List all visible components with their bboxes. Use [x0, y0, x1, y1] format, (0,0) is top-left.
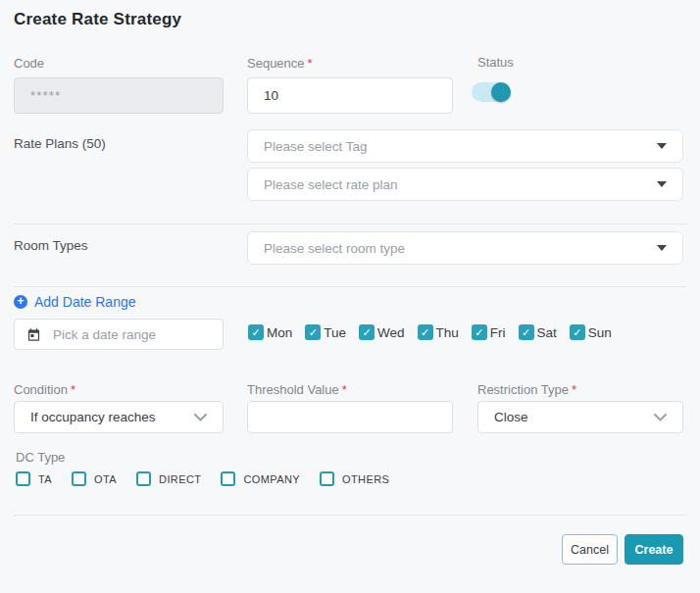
- status-toggle[interactable]: [472, 82, 511, 102]
- date-range-input[interactable]: [51, 327, 211, 342]
- restriction-label: Restriction Type*: [477, 382, 576, 397]
- required-asterisk: *: [71, 382, 75, 397]
- sequence-field-wrapper: [247, 77, 453, 114]
- chevron-down-icon: [194, 414, 207, 421]
- room-types-label: Room Types: [14, 238, 88, 253]
- condition-label: Condition*: [14, 382, 75, 397]
- dc-type-direct[interactable]: DIRECT: [136, 471, 201, 486]
- restriction-type-select[interactable]: Close: [477, 401, 683, 433]
- caret-down-icon: [657, 143, 667, 149]
- tag-select[interactable]: Please select Tag: [247, 129, 683, 163]
- condition-value: If occupancy reaches: [30, 410, 156, 424]
- unchecked-checkbox-icon: [221, 471, 235, 486]
- rate-plan-select[interactable]: Please select rate plan: [247, 168, 683, 201]
- checked-checkbox-icon: ✓: [305, 324, 321, 340]
- dc-type-ota[interactable]: OTA: [72, 471, 117, 486]
- restriction-value: Close: [494, 410, 528, 424]
- create-button[interactable]: Create: [625, 534, 683, 565]
- footer-divider: [14, 515, 686, 516]
- weekday-wed[interactable]: ✓ Wed: [359, 324, 405, 340]
- page-title: Create Rate Strategy: [14, 10, 181, 29]
- checked-checkbox-icon: ✓: [359, 324, 375, 340]
- add-date-range-label: Add Date Range: [34, 294, 136, 310]
- threshold-field-wrapper: [247, 401, 453, 433]
- room-type-select-placeholder: Please select room type: [264, 241, 405, 256]
- code-field-wrapper: [14, 77, 224, 114]
- rate-plan-select-placeholder: Please select rate plan: [264, 177, 398, 192]
- rate-plans-label: Rate Plans (50): [14, 136, 106, 151]
- threshold-label: Threshold Value*: [247, 382, 347, 397]
- code-label: Code: [14, 56, 44, 71]
- status-label: Status: [477, 55, 514, 70]
- code-input[interactable]: [28, 88, 209, 103]
- dc-type-checkbox-row: TA OTA DIRECT COMPANY OTHERS: [16, 471, 389, 486]
- checked-checkbox-icon: ✓: [418, 324, 433, 340]
- weekday-thu[interactable]: ✓ Thu: [418, 324, 459, 340]
- sequence-input[interactable]: [262, 88, 438, 103]
- required-asterisk: *: [308, 56, 313, 71]
- weekday-checkbox-row: ✓ Mon ✓ Tue ✓ Wed ✓ Thu ✓ Fri ✓ Sat ✓ Su…: [248, 324, 612, 340]
- checked-checkbox-icon: ✓: [570, 324, 585, 340]
- threshold-input[interactable]: [262, 410, 438, 424]
- unchecked-checkbox-icon: [136, 471, 151, 486]
- add-date-range-link[interactable]: + Add Date Range: [14, 294, 136, 310]
- tag-select-placeholder: Please select Tag: [264, 139, 368, 154]
- dc-type-company[interactable]: COMPANY: [221, 471, 300, 486]
- toggle-knob: [491, 82, 511, 102]
- calendar-icon: [26, 327, 41, 342]
- section-divider: [14, 223, 686, 224]
- checked-checkbox-icon: ✓: [248, 324, 264, 340]
- condition-select[interactable]: If occupancy reaches: [14, 401, 224, 433]
- room-type-select[interactable]: Please select room type: [247, 231, 683, 265]
- cancel-button[interactable]: Cancel: [562, 534, 618, 565]
- required-asterisk: *: [572, 382, 576, 397]
- unchecked-checkbox-icon: [16, 471, 30, 486]
- checked-checkbox-icon: ✓: [519, 324, 534, 340]
- add-circle-icon: +: [14, 295, 27, 309]
- section-divider: [14, 286, 686, 287]
- weekday-sat[interactable]: ✓ Sat: [519, 324, 557, 340]
- required-asterisk: *: [342, 382, 347, 397]
- dc-type-label: DC Type: [16, 450, 65, 465]
- weekday-fri[interactable]: ✓ Fri: [472, 324, 506, 340]
- weekday-mon[interactable]: ✓ Mon: [248, 324, 292, 340]
- caret-down-icon: [657, 245, 667, 251]
- unchecked-checkbox-icon: [72, 471, 86, 486]
- checked-checkbox-icon: ✓: [472, 324, 487, 340]
- chevron-down-icon: [654, 414, 667, 421]
- caret-down-icon: [657, 181, 667, 187]
- unchecked-checkbox-icon: [320, 471, 334, 486]
- create-rate-strategy-dialog: Create Rate Strategy Code Sequence* Stat…: [0, 0, 700, 593]
- sequence-label: Sequence*: [247, 56, 313, 71]
- weekday-tue[interactable]: ✓ Tue: [305, 324, 346, 340]
- dc-type-ta[interactable]: TA: [16, 471, 52, 486]
- dc-type-others[interactable]: OTHERS: [320, 471, 389, 486]
- date-range-field-wrapper: [14, 319, 224, 350]
- weekday-sun[interactable]: ✓ Sun: [570, 324, 612, 340]
